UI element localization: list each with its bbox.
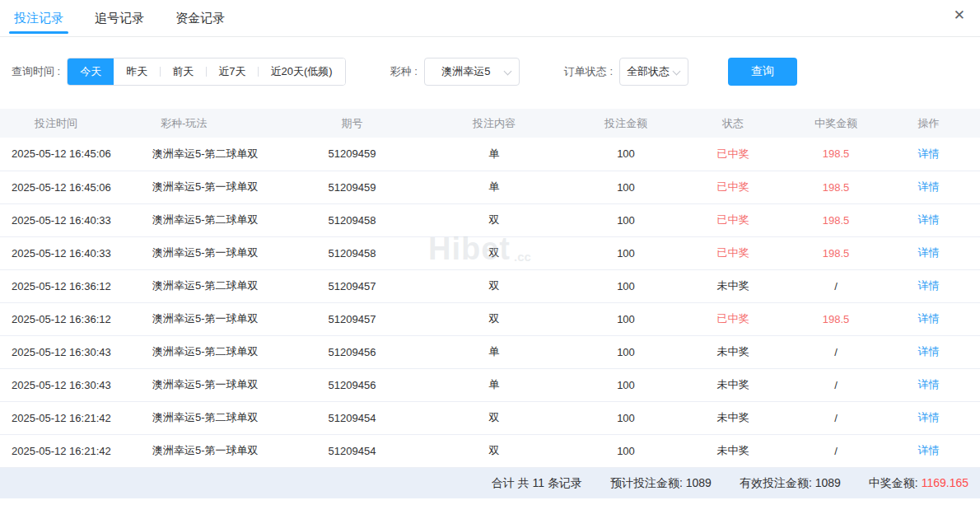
cell-bet-amount: 100 [581,236,671,269]
cell-bet-time: 2025-05-12 16:36:12 [0,269,140,302]
tab-bet-records[interactable]: 投注记录 [14,0,63,37]
order-status-select[interactable]: 全部状态 [619,58,688,86]
valid-bet-value: 1089 [815,476,841,489]
cell-status: 已中奖 [671,138,795,171]
cell-prize: 198.5 [795,236,877,269]
order-status-label: 订单状态 : [564,64,613,79]
time-option-3[interactable]: 近7天 [206,58,258,85]
cell-bet-time: 2025-05-12 16:36:12 [0,302,140,335]
detail-link[interactable]: 详情 [918,147,940,160]
lottery-select[interactable]: 澳洲幸运5 [424,58,520,86]
detail-link[interactable]: 详情 [918,444,940,456]
time-option-0[interactable]: 今天 [68,58,114,85]
table-row: 2025-05-12 16:36:12澳洲幸运5-第二球单双51209457双1… [0,269,980,302]
table-row: 2025-05-12 16:30:43澳洲幸运5-第一球单双51209456单1… [0,368,980,401]
detail-link[interactable]: 详情 [918,180,940,193]
cell-bet-time: 2025-05-12 16:40:33 [0,203,140,236]
detail-link[interactable]: 详情 [918,378,940,390]
table-row: 2025-05-12 16:45:06澳洲幸运5-第一球单双51209459单1… [0,171,980,203]
time-option-1[interactable]: 昨天 [114,58,160,85]
cell-prize: / [795,269,877,302]
tab-chase-records[interactable]: 追号记录 [95,0,144,37]
cell-bet-content: 双 [408,203,581,236]
cell-bet-time: 2025-05-12 16:30:43 [0,368,140,401]
cell-bet-content: 单 [408,368,581,401]
cell-action: 详情 [877,368,980,401]
table-row: 2025-05-12 16:45:06澳洲幸运5-第二球单双51209459单1… [0,138,980,171]
table-row: 2025-05-12 16:21:42澳洲幸运5-第一球单双51209454双1… [0,434,980,467]
cell-game-play: 澳洲幸运5-第二球单双 [140,269,296,302]
detail-link[interactable]: 详情 [918,213,940,226]
bet-records-table: 投注时间彩种-玩法期号投注内容投注金额状态中奖金额操作 2025-05-12 1… [0,109,980,468]
cell-bet-content: 双 [408,302,581,335]
tab-bar: 投注记录 追号记录 资金记录 ✕ [0,0,980,37]
cell-issue: 51209459 [296,138,408,171]
valid-bet-amount: 有效投注金额: 1089 [740,476,841,491]
cell-game-play: 澳洲幸运5-第二球单双 [140,203,296,236]
cell-game-play: 澳洲幸运5-第二球单双 [140,138,296,171]
column-header: 投注时间 [0,109,140,138]
cell-prize: / [795,335,877,368]
detail-link[interactable]: 详情 [918,411,940,423]
cell-action: 详情 [877,138,980,171]
table-row: 2025-05-12 16:30:43澳洲幸运5-第二球单双51209456单1… [0,335,980,368]
cell-game-play: 澳洲幸运5-第一球单双 [140,434,296,467]
table-row: 2025-05-12 16:36:12澳洲幸运5-第一球单双51209457双1… [0,302,980,335]
cell-bet-amount: 100 [581,302,671,335]
cell-bet-amount: 100 [581,138,671,171]
cell-action: 详情 [877,335,980,368]
filter-bar: 查询时间 : 今天昨天前天近7天近20天(低频) 彩种 : 澳洲幸运5 订单状态… [12,58,980,86]
cell-bet-amount: 100 [581,269,671,302]
win-amount-value: 1169.165 [922,476,968,489]
cell-game-play: 澳洲幸运5-第一球单双 [140,368,296,401]
cell-bet-time: 2025-05-12 16:40:33 [0,236,140,269]
cell-status: 未中奖 [671,335,795,368]
cell-issue: 51209459 [296,171,408,203]
cell-bet-content: 双 [408,236,581,269]
expected-bet-label: 预计投注金额: [610,476,683,489]
cell-issue: 51209458 [296,236,408,269]
close-icon[interactable]: ✕ [954,8,965,22]
cell-bet-time: 2025-05-12 16:30:43 [0,335,140,368]
cell-bet-content: 双 [408,434,581,467]
cell-action: 详情 [877,302,980,335]
cell-prize: 198.5 [795,203,877,236]
expected-bet-amount: 预计投注金额: 1089 [610,476,712,491]
cell-action: 详情 [877,269,980,302]
column-header: 投注内容 [408,109,581,138]
column-header: 彩种-玩法 [140,109,296,138]
cell-action: 详情 [877,434,980,467]
detail-link[interactable]: 详情 [918,246,940,259]
cell-prize: / [795,434,877,467]
cell-game-play: 澳洲幸运5-第一球单双 [140,236,296,269]
cell-action: 详情 [877,401,980,434]
table-row: 2025-05-12 16:21:42澳洲幸运5-第二球单双51209454双1… [0,401,980,434]
cell-prize: 198.5 [795,171,877,203]
column-header: 投注金额 [581,109,671,138]
cell-issue: 51209454 [296,401,408,434]
detail-link[interactable]: 详情 [918,345,940,358]
valid-bet-label: 有效投注金额: [740,476,812,489]
time-option-4[interactable]: 近20天(低频) [258,58,344,85]
detail-link[interactable]: 详情 [918,312,940,325]
tab-fund-records[interactable]: 资金记录 [175,0,225,37]
time-option-2[interactable]: 前天 [160,58,206,85]
cell-status: 未中奖 [671,434,795,467]
cell-status: 已中奖 [671,302,795,335]
detail-link[interactable]: 详情 [918,279,940,292]
column-header: 期号 [296,109,408,138]
cell-action: 详情 [877,236,980,269]
cell-issue: 51209456 [296,368,408,401]
expected-bet-value: 1089 [686,476,712,489]
cell-bet-time: 2025-05-12 16:45:06 [0,171,140,203]
summary-bar: 合计 共 11 条记录 预计投注金额: 1089 有效投注金额: 1089 中奖… [0,468,980,498]
lottery-select-value: 澳洲幸运5 [441,64,502,79]
cell-status: 已中奖 [671,171,795,203]
record-count: 合计 共 11 条记录 [492,476,582,491]
cell-status: 已中奖 [671,236,795,269]
query-button[interactable]: 查询 [728,58,797,86]
cell-bet-amount: 100 [581,171,671,203]
column-header: 中奖金额 [795,109,877,138]
cell-action: 详情 [877,171,980,203]
lottery-filter-label: 彩种 : [390,64,418,79]
